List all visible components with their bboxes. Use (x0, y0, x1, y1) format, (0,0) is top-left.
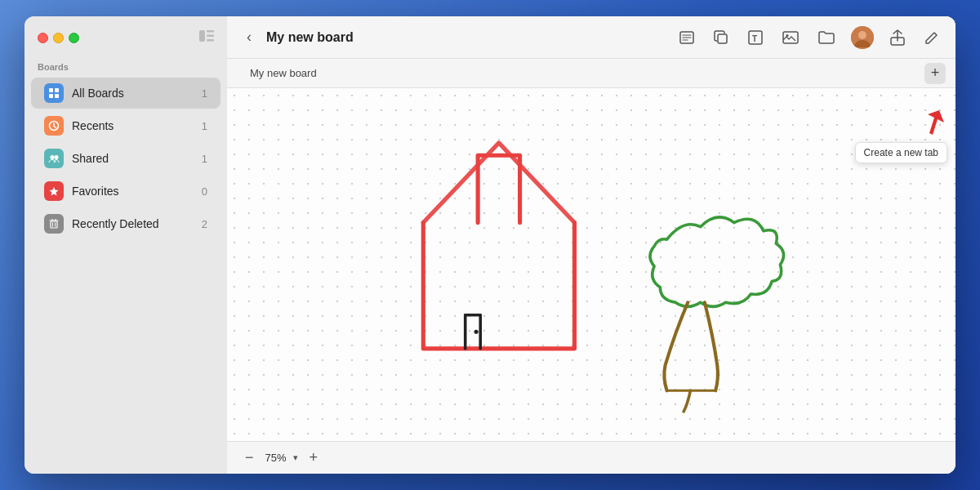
tooltip-arrow-icon (915, 106, 947, 139)
tooltip-container: Create a new tab (855, 106, 947, 163)
sidebar-count-favorites: 0 (202, 185, 207, 198)
folder-icon-button[interactable] (815, 28, 838, 47)
svg-point-11 (51, 155, 55, 159)
traffic-lights (38, 33, 79, 43)
svg-rect-3 (207, 39, 214, 42)
app-window: Boards All Boards 1 (24, 16, 956, 474)
tooltip-text: Create a new tab (864, 147, 938, 158)
share-icon-button[interactable] (887, 26, 908, 49)
sidebar-item-favorites[interactable]: Favorites 0 (31, 176, 220, 207)
zoom-out-button[interactable]: − (240, 448, 259, 468)
drawing-svg (227, 88, 956, 441)
svg-point-12 (55, 155, 59, 159)
sidebar: Boards All Boards 1 (24, 16, 227, 474)
recents-icon (44, 116, 64, 136)
zoom-in-button[interactable]: + (305, 448, 323, 468)
sidebar-count-recently-deleted: 2 (202, 218, 207, 230)
tooltip-box: Create a new tab (855, 142, 947, 163)
main-titlebar: ‹ My new board (227, 16, 956, 59)
toggle-sidebar-button[interactable] (199, 30, 214, 45)
sidebar-section-label: Boards (24, 59, 227, 77)
svg-rect-1 (207, 30, 214, 33)
svg-rect-7 (55, 94, 59, 98)
main-title: My new board (266, 30, 354, 45)
sidebar-label-shared: Shared (72, 152, 194, 165)
zoom-chevron-icon[interactable]: ▾ (293, 452, 298, 463)
svg-line-10 (54, 127, 56, 128)
svg-text:T: T (752, 34, 757, 43)
edit-icon-button[interactable] (921, 27, 942, 48)
close-button[interactable] (38, 33, 48, 43)
sidebar-item-all-boards[interactable]: All Boards 1 (31, 78, 220, 109)
svg-point-31 (474, 330, 479, 334)
svg-rect-4 (49, 88, 53, 92)
back-button[interactable]: ‹ (240, 25, 258, 49)
zoom-level: 75% (265, 452, 287, 464)
sidebar-titlebar (24, 16, 227, 59)
svg-rect-2 (207, 35, 214, 38)
recently-deleted-icon (44, 214, 64, 234)
sidebar-label-recently-deleted: Recently Deleted (72, 217, 194, 230)
sidebar-label-favorites: Favorites (72, 185, 194, 198)
shared-icon (44, 149, 64, 168)
sidebar-count-shared: 1 (202, 153, 207, 165)
svg-rect-6 (49, 94, 53, 98)
sidebar-count-all-boards: 1 (202, 87, 207, 100)
text-icon-button[interactable]: T (745, 27, 766, 48)
canvas-area[interactable] (227, 88, 956, 441)
new-tab-button[interactable]: + (924, 63, 946, 84)
sidebar-item-recently-deleted[interactable]: Recently Deleted 2 (31, 208, 220, 239)
favorites-icon (44, 181, 64, 201)
svg-rect-5 (55, 88, 59, 92)
toolbar-icons: T (676, 26, 942, 49)
bottom-bar: − 75% ▾ + (227, 441, 956, 474)
sidebar-count-recents: 1 (202, 120, 207, 132)
svg-rect-13 (51, 221, 57, 228)
tab-bar: My new board + Create a new tab (227, 59, 956, 88)
tab-label[interactable]: My new board (240, 64, 327, 82)
sidebar-label-recents: Recents (72, 119, 194, 132)
image-icon-button[interactable] (779, 28, 802, 47)
svg-rect-23 (718, 34, 727, 43)
main-content: ‹ My new board (227, 16, 956, 474)
maximize-button[interactable] (69, 33, 79, 43)
sidebar-label-all-boards: All Boards (72, 87, 194, 100)
avatar[interactable] (851, 26, 874, 49)
svg-point-29 (858, 31, 866, 39)
sidebar-item-shared[interactable]: Shared 1 (31, 143, 220, 174)
minimize-button[interactable] (53, 33, 64, 43)
all-boards-icon (44, 83, 64, 103)
sidebar-item-recents[interactable]: Recents 1 (31, 110, 220, 141)
svg-rect-0 (199, 30, 205, 42)
note-icon-button[interactable] (676, 28, 697, 47)
copy-icon-button[interactable] (710, 27, 732, 48)
